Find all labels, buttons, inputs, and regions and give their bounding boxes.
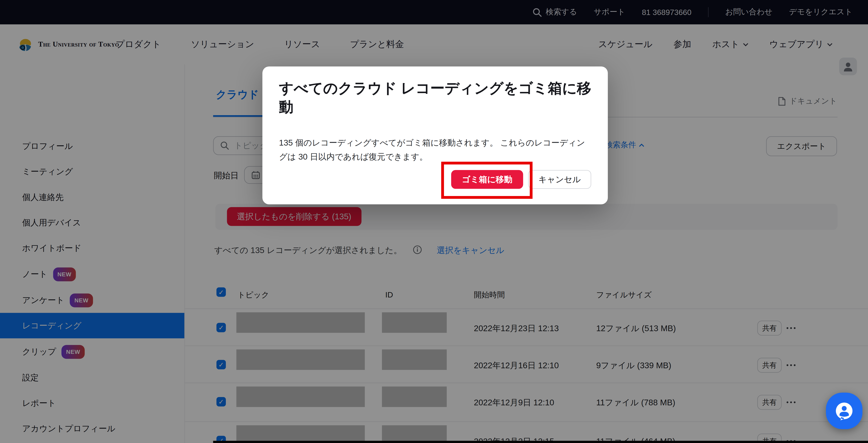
dialog-title: すべてのクラウド レコーディングをゴミ箱に移動 — [279, 79, 592, 116]
page: 検索する サポート 81 368973660 お問い合わせ デモをリクエスト T… — [0, 0, 868, 443]
dialog-body: 135 個のレコーディングすべてがゴミ箱に移動されます。 これらのレコーディング… — [279, 136, 590, 163]
chat-person-icon — [834, 401, 855, 421]
move-to-trash-dialog: すべてのクラウド レコーディングをゴミ箱に移動 135 個のレコーディングすべて… — [262, 66, 608, 204]
cancel-button[interactable]: キャンセル — [528, 170, 591, 189]
chat-help-button[interactable] — [826, 393, 863, 429]
move-to-trash-button[interactable]: ゴミ箱に移動 — [451, 170, 523, 189]
